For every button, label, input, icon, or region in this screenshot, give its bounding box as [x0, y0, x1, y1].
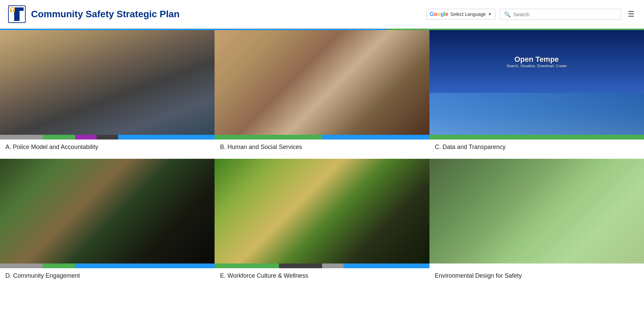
color-bar-segment — [322, 263, 344, 268]
card-image-card-f — [429, 159, 644, 263]
color-bar-card-b — [215, 135, 429, 140]
card-card-d[interactable]: D. Community Engagement — [0, 159, 215, 287]
color-bar-segment — [43, 135, 75, 140]
tempe-logo-icon — [7, 4, 27, 24]
card-card-a[interactable]: A. Police Model and Accountability — [0, 30, 215, 159]
card-image-card-b — [215, 30, 429, 135]
card-card-b[interactable]: B. Human and Social Services — [215, 30, 429, 159]
color-bar-card-c — [429, 135, 644, 140]
search-icon: 🔍 — [504, 11, 511, 18]
color-bar-segment — [75, 135, 97, 140]
color-bar-segment — [343, 263, 429, 268]
google-g-logo: Google — [430, 11, 448, 17]
search-box[interactable]: 🔍 — [500, 9, 621, 20]
color-bar-segment — [0, 263, 43, 268]
translate-label: Select Language — [450, 11, 486, 17]
card-card-f[interactable]: Environmental Design for Safety — [429, 159, 644, 287]
translate-dropdown-arrow: ▼ — [488, 12, 492, 17]
color-bar-segment — [75, 263, 215, 268]
color-bar-segment — [43, 263, 75, 268]
color-bar-card-e — [215, 263, 429, 268]
color-bar-card-d — [0, 263, 215, 268]
color-bar-segment — [215, 263, 279, 268]
color-bar-card-f — [429, 263, 644, 268]
color-bar-segment — [0, 135, 43, 140]
card-image-card-c: Open Tempe Search, Visualize, Download, … — [429, 30, 644, 135]
color-bar-card-a — [0, 135, 215, 140]
card-card-e[interactable]: E. Workforce Culture & Wellness — [215, 159, 429, 287]
hamburger-menu-button[interactable]: ☰ — [625, 7, 637, 21]
header-controls: Google Select Language ▼ 🔍 ☰ — [426, 7, 637, 21]
site-title: Community Safety Strategic Plan — [31, 9, 179, 20]
card-card-c[interactable]: Open Tempe Search, Visualize, Download, … — [429, 30, 644, 159]
svg-rect-4 — [11, 8, 14, 9]
card-label-card-f: Environmental Design for Safety — [429, 268, 644, 287]
card-label-card-a: A. Police Model and Accountability — [0, 140, 215, 159]
color-bar-segment — [279, 263, 322, 268]
color-bar-segment — [96, 135, 118, 140]
svg-rect-2 — [14, 11, 20, 21]
card-image-card-a — [0, 30, 215, 135]
svg-rect-5 — [12, 9, 13, 12]
main-content-grid: A. Police Model and AccountabilityB. Hum… — [0, 30, 644, 287]
search-input[interactable] — [513, 11, 617, 17]
card-label-card-c: C. Data and Transparency — [429, 140, 644, 159]
card-image-card-d — [0, 159, 215, 263]
color-bar-segment — [322, 135, 429, 140]
color-bar-segment — [118, 135, 215, 140]
card-image-card-e — [215, 159, 429, 263]
color-bar-segment — [215, 135, 322, 140]
card-label-card-d: D. Community Engagement — [0, 268, 215, 287]
color-bar-segment — [429, 135, 644, 140]
page-header: Community Safety Strategic Plan Google S… — [0, 0, 644, 29]
card-label-card-b: B. Human and Social Services — [215, 140, 429, 159]
google-translate-widget[interactable]: Google Select Language ▼ — [426, 9, 496, 20]
card-label-card-e: E. Workforce Culture & Wellness — [215, 268, 429, 287]
logo-container[interactable]: Community Safety Strategic Plan — [7, 4, 179, 24]
